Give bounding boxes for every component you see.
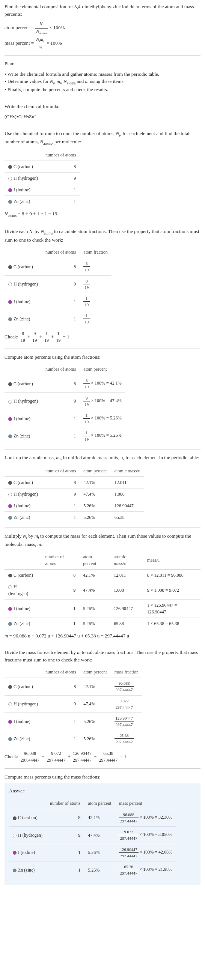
element-label: C (carbon) xyxy=(18,815,38,820)
col-atom-fraction: atom fraction xyxy=(80,247,111,258)
col-atomic-mass: atomic mass/u xyxy=(110,551,143,570)
element-label: H (hydrogen) xyxy=(13,176,38,181)
element-dot-icon xyxy=(8,382,12,386)
element-label: Zn (zinc) xyxy=(18,867,35,873)
col-num-atoms: number of atoms xyxy=(42,364,80,375)
divider xyxy=(5,768,200,769)
element-label: H (hydrogen) xyxy=(13,492,38,497)
divider xyxy=(5,223,200,223)
divide-mass-text: Divide the mass for each element by m to… xyxy=(5,649,200,663)
compute-atom-pct: Compute atom percents using the atom fra… xyxy=(5,353,200,361)
n-atoms-calc: Natoms = 8 + 9 + 1 + 1 = 19 xyxy=(5,210,200,218)
table-row: I (iodine)15.26%126.90447297.44447 × 100… xyxy=(9,844,176,861)
plan-step-3: • Finally, compute the percents and chec… xyxy=(5,86,200,94)
atom-count: 9 xyxy=(42,173,80,184)
table-row: C (carbon)8 xyxy=(5,161,80,173)
divider xyxy=(5,348,200,349)
times-100-2: × 100% xyxy=(45,40,62,46)
element-label: I (iodine) xyxy=(18,850,35,855)
element-label: Zn (zinc) xyxy=(13,736,30,741)
element-dot-icon xyxy=(13,834,16,837)
table-row: I (iodine)1119 × 100% = 5.26% xyxy=(5,410,125,427)
atomic-mass-table: number of atomsatom percentatomic mass/u… xyxy=(5,465,144,523)
col-atom-percent: atom percent xyxy=(84,798,115,809)
atom-fraction-table: number of atomsatom fraction C (carbon)8… xyxy=(5,247,112,328)
element-dot-icon xyxy=(8,685,12,689)
col-atom-percent: atom percent xyxy=(80,667,111,678)
chemical-formula: (CH₃)₂C₆H₃ZnI xyxy=(5,113,200,121)
element-dot-icon xyxy=(8,200,12,204)
element-dot-icon xyxy=(8,585,12,589)
element-label: Zn (zinc) xyxy=(13,515,30,520)
col-mass-percent: mass percent xyxy=(115,798,176,809)
write-formula-title: Write the chemical formula: xyxy=(5,103,200,110)
atom-count: 1 xyxy=(42,196,80,207)
plan-title: Plan: xyxy=(5,60,200,68)
col-num-atoms: number of atoms xyxy=(46,798,84,809)
element-dot-icon xyxy=(8,400,12,404)
element-dot-icon xyxy=(8,481,12,485)
element-dot-icon xyxy=(8,504,12,508)
element-label: C (carbon) xyxy=(13,381,33,387)
element-dot-icon xyxy=(8,622,12,626)
element-label: H (hydrogen) xyxy=(13,398,38,404)
atom-count: 8 xyxy=(42,161,80,173)
table-row: C (carbon)842.1%12.011 xyxy=(5,476,144,488)
element-label: C (carbon) xyxy=(13,264,33,269)
element-label: H (hydrogen) xyxy=(13,282,38,286)
m-calc: m = 96.088 u + 9.072 u + 126.90447 u + 6… xyxy=(5,632,200,640)
table-row: C (carbon)842.1%12.0118 × 12.011 = 96.08… xyxy=(5,569,200,581)
element-label: C (carbon) xyxy=(13,573,33,578)
divider xyxy=(5,98,200,98)
divider xyxy=(5,644,200,644)
element-dot-icon xyxy=(13,851,16,855)
col-num-atoms: number of atoms xyxy=(42,247,80,258)
col-mass: mass/u xyxy=(143,551,200,570)
atom-percent-formula: atom percent = NiNatoms × 100% xyxy=(5,21,200,36)
table-row: H (hydrogen)9919 × 100% = 47.4% xyxy=(5,393,125,410)
element-label: C (carbon) xyxy=(13,164,33,169)
element-label: I (iodine) xyxy=(13,719,30,724)
element-dot-icon xyxy=(8,265,12,269)
check-fractions: Check: 819 + 919 + 119 + 119 = 1 xyxy=(5,331,200,344)
table-row: I (iodine)15.26%126.90447297.44447 xyxy=(5,713,142,730)
element-label: I (iodine) xyxy=(13,187,30,192)
col-mass-fraction: mass fraction xyxy=(111,667,142,678)
element-dot-icon xyxy=(8,317,12,321)
element-dot-icon xyxy=(8,300,12,304)
element-label: I (iodine) xyxy=(13,606,30,611)
mass-table: number of atomsatom percentatomic mass/u… xyxy=(5,551,200,629)
element-dot-icon xyxy=(8,493,12,496)
question-text: Find the elemental composition for 3,4-d… xyxy=(5,3,200,18)
compute-mass-pct: Compute mass percents using the mass fra… xyxy=(5,773,200,781)
element-dot-icon xyxy=(8,607,12,611)
table-row: I (iodine)15.26%126.90447 xyxy=(5,500,144,511)
table-row: H (hydrogen)9 xyxy=(5,173,80,184)
table-row: H (hydrogen)947.4%9.072297.44447 xyxy=(5,695,142,713)
atom-percent-table: number of atomsatom percent C (carbon)88… xyxy=(5,364,125,445)
table-row: Zn (zinc)15.26%65.38297.44447 × 100% = 2… xyxy=(9,861,176,878)
divide-text: Divide each Ni by Natoms to calculate at… xyxy=(5,228,200,243)
divider xyxy=(5,55,200,56)
table-row: Zn (zinc)1119 × 100% = 5.26% xyxy=(5,427,125,445)
table-row: C (carbon)842.1%96.088297.44447 × 100% =… xyxy=(9,809,176,826)
table-row: I (iodine)1119 xyxy=(5,293,112,310)
table-row: I (iodine)1 xyxy=(5,184,80,196)
table-row: Zn (zinc)15.26%65.381 × 65.38 = 65.38 xyxy=(5,617,200,629)
table-row: C (carbon)8819 × 100% = 42.1% xyxy=(5,375,125,393)
answer-label: Answer: xyxy=(9,787,196,795)
element-dot-icon xyxy=(8,283,12,286)
element-dot-icon xyxy=(8,177,12,180)
element-dot-icon xyxy=(8,165,12,169)
plan-step-1: • Write the chemical formula and gather … xyxy=(5,70,200,78)
col-num-atoms: number of atoms xyxy=(42,551,80,570)
table-row: H (hydrogen)947.4%1.008 xyxy=(5,488,144,500)
element-dot-icon xyxy=(8,417,12,421)
element-dot-icon xyxy=(8,737,12,741)
answer-table: number of atomsatom percentmass percent … xyxy=(9,798,176,879)
table-row: Zn (zinc)15.26%65.38297.44447 xyxy=(5,730,142,748)
table-row: H (hydrogen)947.4%1.0089 × 1.008 = 9.072 xyxy=(5,581,200,599)
element-label: Zn (zinc) xyxy=(13,316,30,321)
table-row: Zn (zinc)1119 xyxy=(5,310,112,328)
atom-count: 1 xyxy=(42,184,80,196)
